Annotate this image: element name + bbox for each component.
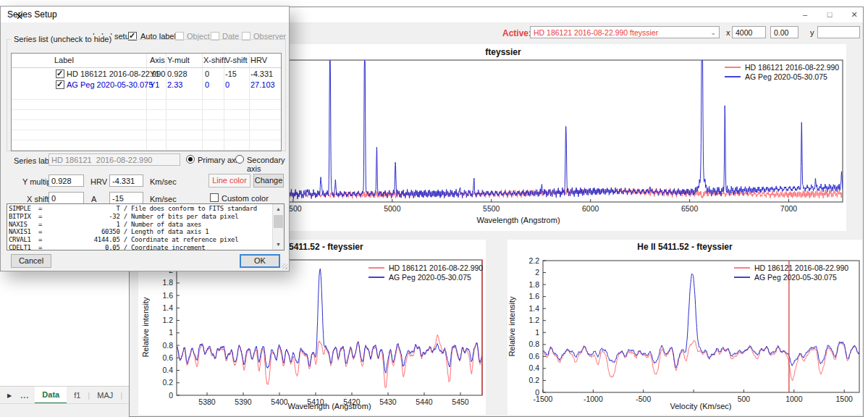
- x-step-field[interactable]: [770, 26, 799, 38]
- table-cell: Y1: [150, 70, 159, 78]
- svg-text:5450: 5450: [452, 397, 469, 406]
- table-cell: 27.103: [250, 80, 275, 89]
- svg-text:0: 0: [535, 388, 539, 397]
- column-divider: [249, 54, 250, 151]
- table-cell: 0: [225, 80, 229, 89]
- svg-text:1.4: 1.4: [528, 304, 539, 313]
- resize-grip[interactable]: [282, 264, 287, 269]
- svg-text:5390: 5390: [235, 397, 252, 406]
- series-visible-checkbox[interactable]: [56, 70, 64, 78]
- svg-text:1.8: 1.8: [528, 280, 539, 289]
- svg-text:0.2: 0.2: [162, 378, 173, 387]
- svg-text:AG Peg 2020-05-30.075: AG Peg 2020-05-30.075: [754, 273, 837, 282]
- svg-text:He II 5411.52 - fteyssier: He II 5411.52 - fteyssier: [637, 242, 733, 252]
- secondary-axis-label: Secondary axis: [247, 156, 289, 173]
- svg-text:5440: 5440: [416, 397, 433, 406]
- sheet-tab-maj[interactable]: MAJ: [90, 387, 120, 404]
- svg-text:Wavelength (Angstrom): Wavelength (Angstrom): [476, 216, 560, 224]
- y-multiply-field[interactable]: [49, 174, 84, 187]
- maximize-icon[interactable]: □: [824, 9, 835, 21]
- fits-scrollbar[interactable]: ▲ ▼: [272, 204, 284, 250]
- column-header[interactable]: Y-mult: [167, 56, 190, 64]
- table-cell: -4.331: [250, 70, 273, 78]
- svg-text:0.2: 0.2: [528, 376, 539, 384]
- svg-text:1.4: 1.4: [162, 303, 173, 312]
- series-setup-dialog: Series Setup ✕ Label setup: Auto labels …: [0, 6, 290, 271]
- sheet-tab-f1[interactable]: f1: [67, 387, 88, 404]
- series-visible-checkbox[interactable]: [56, 80, 64, 89]
- svg-text:-500: -500: [636, 395, 651, 403]
- sheet-tab-bar: ▶ ... Data f1 | MAJ | Alias: [0, 386, 130, 404]
- sheet-nav-arrow-icon[interactable]: ▶: [7, 392, 12, 399]
- column-header[interactable]: V-shift: [225, 56, 248, 64]
- column-divider: [166, 54, 167, 151]
- custom-color-checkbox[interactable]: [210, 193, 219, 202]
- table-cell: AG Peg 2020-05-30.075: [67, 80, 153, 89]
- velocity-zoom-chart[interactable]: He II 5411.52 - fteyssier-1500-1000-5005…: [507, 240, 862, 415]
- svg-text:5430: 5430: [379, 397, 397, 406]
- v-shift-field[interactable]: [109, 192, 143, 204]
- scrollbar-thumb[interactable]: [274, 215, 283, 228]
- series-list-group-label: Series list (uncheck to hide): [11, 35, 114, 43]
- column-header[interactable]: HRV: [250, 56, 267, 64]
- scroll-down-icon[interactable]: ▼: [273, 240, 284, 250]
- secondary-axis-radio[interactable]: [235, 155, 244, 164]
- active-series-dropdown[interactable]: HD 186121 2016-08-22.990 fteyssier ⌄: [530, 26, 720, 38]
- scroll-up-icon[interactable]: ▲: [273, 204, 284, 214]
- x-position-field[interactable]: [732, 26, 766, 38]
- cancel-button[interactable]: Cancel: [11, 254, 51, 268]
- svg-text:5000: 5000: [384, 204, 401, 213]
- svg-text:HD 186121 2016-08-22.990: HD 186121 2016-08-22.990: [745, 63, 839, 72]
- svg-text:AG Peg 2020-05-30.075: AG Peg 2020-05-30.075: [389, 273, 471, 282]
- svg-text:AG Peg 2020-05-30.075: AG Peg 2020-05-30.075: [745, 72, 827, 81]
- svg-text:0: 0: [169, 391, 173, 400]
- line-color-button[interactable]: Line color: [208, 174, 250, 188]
- svg-text:1: 1: [535, 328, 539, 337]
- dialog-close-icon[interactable]: ✕: [7, 9, 32, 25]
- fits-header: SIMPLE = T / File does conform to FITS s…: [7, 204, 284, 250]
- table-cell: -15: [225, 70, 237, 78]
- svg-text:0.6: 0.6: [162, 353, 173, 362]
- change-color-button[interactable]: Change: [253, 174, 284, 188]
- x-shift-field[interactable]: [49, 192, 84, 204]
- svg-text:-1000: -1000: [583, 395, 603, 403]
- column-header[interactable]: X-shift: [203, 56, 226, 64]
- row-divider: [12, 119, 281, 120]
- svg-text:Velocity (Km/sec): Velocity (Km/sec): [670, 402, 732, 410]
- y-label: y: [810, 28, 814, 37]
- svg-text:Relative intensity: Relative intensity: [507, 296, 516, 357]
- svg-text:0.4: 0.4: [528, 363, 539, 372]
- column-header[interactable]: Label: [54, 56, 74, 64]
- v-shift-unit-label: Km/sec: [150, 195, 177, 203]
- svg-text:6500: 6500: [681, 204, 699, 213]
- svg-text:1000: 1000: [785, 395, 803, 403]
- table-cell: Y1: [150, 80, 159, 89]
- row-divider: [12, 99, 281, 100]
- screen: ▶ ... Data f1 | MAJ | Alias – □ ✕ Active…: [0, 0, 868, 417]
- y-position-field[interactable]: [817, 26, 860, 38]
- svg-text:0.6: 0.6: [528, 352, 539, 361]
- close-icon[interactable]: ✕: [848, 9, 860, 21]
- row-divider: [12, 130, 281, 130]
- excel-status-bar: [0, 403, 130, 417]
- sheet-tab-overflow[interactable]: ...: [20, 391, 29, 400]
- primary-axis-radio[interactable]: [186, 155, 195, 164]
- svg-text:0.4: 0.4: [162, 366, 173, 374]
- svg-text:HD 186121 2016-08-22.990: HD 186121 2016-08-22.990: [389, 264, 483, 272]
- ok-button[interactable]: OK: [240, 254, 280, 268]
- column-header[interactable]: Axis: [150, 56, 165, 64]
- hrv-label: HRV: [90, 177, 107, 186]
- svg-text:1.2: 1.2: [528, 316, 539, 324]
- svg-text:fteyssier: fteyssier: [485, 47, 521, 57]
- row-divider: [12, 150, 281, 151]
- fits-header-box[interactable]: SIMPLE = T / File does conform to FITS s…: [7, 203, 285, 250]
- minimize-icon[interactable]: –: [799, 9, 811, 21]
- svg-text:1: 1: [169, 328, 173, 337]
- hrv-unit-label: Km/sec: [150, 177, 177, 186]
- sheet-tab-data[interactable]: Data: [35, 387, 67, 404]
- svg-text:0.8: 0.8: [528, 340, 539, 348]
- column-divider: [202, 54, 203, 151]
- dialog-titlebar[interactable]: Series Setup ✕: [1, 7, 289, 22]
- svg-text:2: 2: [535, 268, 539, 277]
- hrv-field[interactable]: [109, 174, 143, 187]
